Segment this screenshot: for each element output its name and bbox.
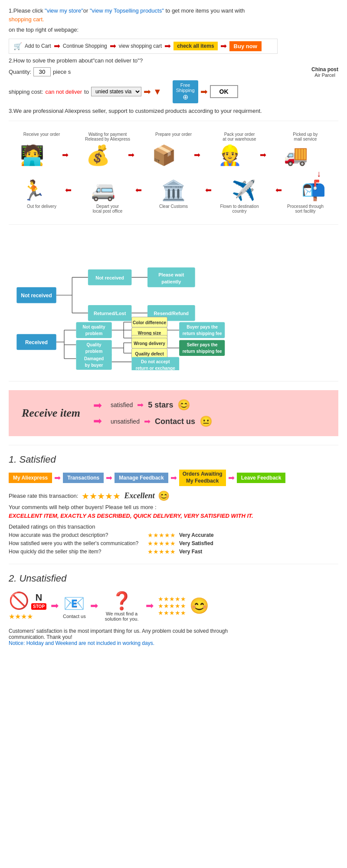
china-post-box: China post Air Parcel (311, 66, 338, 78)
dr-row-2: How quickly did the seller ship the item… (9, 548, 338, 555)
top-label-2: Prepare your order (147, 132, 200, 141)
dr-row-0: How accurate was the product description… (9, 532, 338, 539)
svg-text:Wrong delivery: Wrong delivery (134, 341, 165, 346)
svg-text:Do not accept: Do not accept (141, 359, 170, 364)
flow-arrow-b2: ⬅ (135, 185, 142, 195)
fb-step-transactions[interactable]: Transactions (63, 473, 104, 483)
svg-text:Damaged: Damaged (84, 356, 104, 361)
email-icon: 📧 (63, 593, 86, 614)
icon-person: 🧑‍💻 (15, 144, 49, 167)
footer-notice: Customers' satisfaction is the most impo… (9, 628, 338, 646)
ok-button[interactable]: OK (210, 85, 238, 98)
top-label-1: Waiting for paymentReleased by Aliexpres… (82, 132, 134, 141)
top-icons-row: 🧑‍💻 ➡ 💰 ➡ 📦 ➡ 👷 ➡ 🚚 ➡ (9, 144, 338, 167)
flow-arrow-1: ➡ (62, 150, 69, 160)
top-labels: Receive your order Waiting for paymentRe… (9, 132, 338, 141)
bottom-label-2: Clear Customs (147, 204, 200, 214)
ship-arrow3: ➡ (200, 86, 208, 97)
svg-text:Seller pays the: Seller pays the (187, 342, 218, 347)
receive-outcomes: satisfied ➡ 5 stars 😊 unsatisfied ➡ Cont… (111, 399, 213, 427)
down-arrow-container: ↓ (9, 169, 338, 179)
outcome-unsatisfied: unsatisfied ➡ Contact us 😐 (111, 415, 213, 427)
bottom-label-4: Processed throughsort facility (279, 204, 331, 214)
fb-arrow-2: ➡ (106, 473, 112, 483)
flow-arrow-b4: ⬅ (275, 185, 282, 195)
ship-arrow2: ▼ (153, 87, 162, 97)
svg-text:Not received: Not received (21, 292, 52, 298)
problem-chart-svg: Not received Not received Please wait pa… (9, 236, 286, 371)
unsat-arrow-3: ➡ (146, 600, 154, 612)
receive-title: Receive item (22, 407, 80, 420)
step-view-cart: view shopping cart (119, 43, 162, 49)
svg-text:Received: Received (25, 339, 48, 345)
receive-arrow-2: ➡ (93, 415, 102, 427)
svg-text:Returned/Lost: Returned/Lost (94, 310, 126, 316)
svg-text:Wrong size: Wrong size (138, 330, 161, 335)
svg-text:Quality defect: Quality defect (135, 352, 164, 356)
unsat-flow: 🚫 N STOP ★★★★ ➡ 📧 Contact us ➡ ❓ (9, 591, 338, 621)
svg-text:Buyer pays the: Buyer pays the (187, 324, 218, 329)
excellent-smiley: 😊 (158, 490, 170, 502)
notice-text: Notice: Holiday and Weekend are not incl… (9, 640, 338, 646)
bottom-label-0: Out for delivery (16, 204, 68, 214)
svg-text:return shipping fee: return shipping fee (183, 349, 222, 353)
ship-arrow1: ➡ (144, 86, 151, 97)
unsatisfied-section: 2. Unsatisfied 🚫 N STOP ★★★★ ➡ 📧 (9, 573, 338, 646)
step-add-to-cart: Add to Cart (25, 43, 51, 49)
fb-step-aliexpress[interactable]: My Aliexpress (9, 473, 52, 483)
icon-delivery: 🏃 (16, 179, 51, 202)
top-label-0: Receive your order (16, 132, 68, 141)
section3: 3.We are professional Aliexpress seller,… (9, 108, 338, 114)
feedback-steps: My Aliexpress ➡ Transactions ➡ Manage Fe… (9, 470, 338, 486)
receive-section: Receive item ➡ ➡ satisfied ➡ 5 stars 😊 u… (9, 390, 338, 436)
arrow2: ➡ (110, 41, 116, 51)
unsatisfied-title: 2. Unsatisfied (9, 573, 338, 584)
unsat-step-3: ❓ We must find a solution for you. (102, 591, 141, 621)
step-continue: Continue Shopping (63, 43, 107, 49)
bottom-label-3: Flown to destinationcountry (213, 204, 265, 214)
outcome-satisfied: satisfied ➡ 5 stars 😊 (111, 399, 213, 411)
quantity-input[interactable] (33, 67, 51, 76)
question-icon: ❓ (102, 591, 141, 611)
icon-truck: 🚚 (278, 144, 313, 167)
excellent-quote: EXCELLENT ITEM, EXACTLY AS DESCRIBED, QU… (9, 513, 338, 519)
shipping-via-select[interactable]: unied states via (91, 87, 141, 96)
rate-row: Please rate this transaction: ★★★★★ Exce… (9, 490, 338, 502)
fb-step-leave[interactable]: Leave Feedback (237, 473, 286, 483)
svg-text:problem: problem (85, 349, 103, 353)
flow-arrow-b3: ⬅ (205, 185, 212, 195)
down-arrow-icon: ↓ (317, 169, 321, 179)
no-icon: 🚫 (9, 591, 29, 610)
fb-step-awaiting[interactable]: Orders Awaiting My Feedback (179, 470, 226, 486)
icon-box: 📦 (147, 144, 181, 167)
fb-arrow-3: ➡ (170, 473, 177, 483)
buy-now-button[interactable]: Buy now (229, 41, 262, 51)
excellent-comment: Your comments will help other buyers! Pl… (9, 504, 338, 510)
flow-arrow-3: ➡ (194, 150, 200, 160)
section1-text: 1.Please click "view my store"or "view m… (9, 7, 338, 23)
section2-title: 2.How to solve the problem about"can not… (9, 57, 338, 64)
icon-sort: 📬 (296, 179, 331, 202)
unsat-arrow-1: ➡ (51, 600, 59, 612)
excellent-text: Excellent (124, 491, 154, 500)
free-shipping-box: Free Shipping ⊕ (173, 80, 198, 103)
svg-text:problem: problem (85, 331, 103, 335)
svg-text:by buyer: by buyer (85, 362, 103, 367)
icon-plane: ✈️ (226, 179, 261, 202)
unsat-arrow-2: ➡ (90, 600, 98, 612)
fb-arrow-4: ➡ (228, 473, 235, 483)
icon-customs: 🏛️ (156, 179, 191, 202)
step-check-all: check all items (174, 42, 217, 50)
flow-arrow-b1: ⬅ (65, 185, 72, 195)
flow-arrow-2: ➡ (128, 150, 134, 160)
detailed-ratings: Detailed ratings on this transaction How… (9, 523, 338, 555)
top-label-4: Picked up bymail service (279, 132, 331, 141)
fb-step-manage[interactable]: Manage Feedback (115, 473, 168, 483)
svg-text:Not quality: Not quality (83, 324, 105, 329)
top-label-3: Pack your orderat our warehouse (213, 132, 265, 141)
dr-row-1: How satisfied were you with the seller's… (9, 540, 338, 547)
arrow3: ➡ (164, 41, 171, 51)
unsat-step-4: ★★★★★ ★★★★★ ★★★★★ 😊 (158, 595, 209, 616)
outcome-arrow-2: ➡ (144, 417, 151, 426)
svg-text:return shipping fee: return shipping fee (183, 331, 222, 335)
